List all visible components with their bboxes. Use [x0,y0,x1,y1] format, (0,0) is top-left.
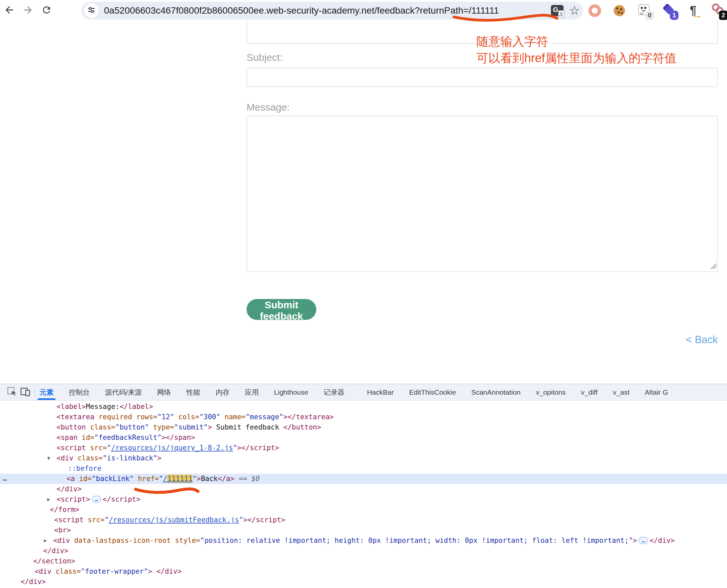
inline-expand-button[interactable]: … [92,496,101,503]
code-token-link: / [163,475,167,483]
devtools-tab-性能[interactable]: 性能 [186,384,200,400]
code-line[interactable]: <script src="/resources/js/submitFeedbac… [0,515,727,525]
code-token-val: "footer-wrapper" [81,567,148,575]
translate-button[interactable]: G 文 [548,2,566,19]
code-token-attr: required [95,413,132,421]
devtools-tab-元素[interactable]: 元素 [40,384,54,400]
code-token-tag: </div> [157,567,182,575]
code-token-val: "message" [246,413,284,421]
purple-stack-extension-icon[interactable]: 1 [662,4,675,17]
code-token-val: "is-linkback" [103,454,157,462]
code-token-link: /resources/js/submitFeedback.js [109,516,239,524]
code-line[interactable]: </div> [0,546,727,556]
devtools-tab-v_opitons[interactable]: v_opitons [536,384,566,400]
devtools-tab-记录器[interactable]: 记录器 [324,384,345,400]
code-token-tag: > [197,475,201,483]
site-settings-button[interactable] [84,3,99,18]
tune-sliders-icon [86,5,96,16]
code-line[interactable]: <script src="/resources/js/jquery_1-8-2.… [0,443,727,453]
annotation-line-1: 随意输入字符 [476,33,677,50]
pink-circles-extension-icon[interactable]: 2 [711,4,724,17]
back-arrow-icon [4,4,15,17]
more-actions-dots[interactable]: … [3,474,7,483]
code-token-tag: </label> [120,403,153,411]
devtools-tabs: 元素控制台源代码/来源网络性能内存应用Lighthouse记录器HackBarE… [40,384,668,400]
code-line[interactable]: <div class="footer-wrapper"> </div> [0,566,727,577]
code-line[interactable]: <textarea required rows="12" cols="300" … [0,412,727,422]
reload-button[interactable] [37,1,56,20]
code-line[interactable]: </div> [0,484,727,494]
inspect-element-button[interactable] [5,386,19,399]
code-line[interactable]: ::before [0,463,727,474]
code-token-val: "backLink" [92,475,133,483]
code-line[interactable]: <button class="button" type="submit"> Su… [0,422,727,433]
code-line[interactable]: </section> [0,556,727,566]
devtools-tab-网络[interactable]: 网络 [157,384,171,400]
submit-feedback-button[interactable]: Submit feedback [247,299,316,320]
panda-extension-icon[interactable]: 0 [637,4,650,17]
code-token-tag: <div [53,537,70,545]
code-token-tag: </div> [649,537,675,545]
code-token-tag: ></span> [162,434,195,441]
code-line[interactable]: ▶<div data-lastpass-icon-root style="pos… [0,536,727,546]
expander-closed-icon[interactable]: ▶ [47,494,50,505]
code-line[interactable]: ▼<div class="is-linkback"> [0,453,727,463]
devtools-panel: 元素控制台源代码/来源网络性能内存应用Lighthouse记录器HackBarE… [0,384,727,588]
expander-closed-icon[interactable]: ▶ [44,536,47,546]
devtools-tab-EditThisCookie[interactable]: EditThisCookie [409,384,456,400]
code-line[interactable]: <span id="feedbackResult"></span> [0,433,727,443]
orange-ring-extension-icon[interactable] [588,4,601,17]
forward-button[interactable] [19,1,37,20]
url-text[interactable]: 0a52006603c467f0800f2b86006500ee.web-sec… [104,5,548,16]
code-token-mark: 111111 [167,475,192,483]
pilcrow-extension-icon[interactable]: ¶ → [686,4,700,17]
devtools-tab-内存[interactable]: 内存 [216,384,230,400]
code-token-attr: rows= [132,413,158,421]
devtools-tab-Lighthouse[interactable]: Lighthouse [274,384,308,400]
bookmark-button[interactable]: ☆ [566,2,583,19]
star-outline-icon: ☆ [569,5,580,17]
code-line[interactable]: ▶<script>…</script> [0,494,727,505]
code-line[interactable]: </form> [0,505,727,515]
devtools-tab-应用[interactable]: 应用 [245,384,259,400]
code-token-attr: cols= [174,413,199,421]
devtools-tab-v_diff[interactable]: v_diff [581,384,598,400]
devtools-tab-v_ast[interactable]: v_ast [613,384,629,400]
code-line[interactable]: <label>Message:</label> [0,402,727,412]
code-token-val: " [159,475,163,483]
code-token-attr: class= [86,423,116,431]
code-token-tag: </div> [57,485,82,493]
code-token-tag: </div> [21,578,46,586]
message-label: Message: [247,102,290,113]
device-toolbar-button[interactable] [19,386,32,399]
devtools-tab-ScanAnnotation[interactable]: ScanAnnotation [471,384,520,400]
devtools-tab-Altair G[interactable]: Altair G [645,384,668,400]
code-token-tag: </div> [43,547,68,555]
textarea-resize-handle[interactable] [710,262,717,271]
code-token-val: "feedbackResult" [95,434,162,441]
devtools-tab-控制台[interactable]: 控制台 [69,384,90,400]
code-token-tag: <div [57,454,74,462]
code-line-selected[interactable]: …<a id="backLink" href="/111111">Back</a… [0,474,727,484]
extensions-row: 0 1 ¶ → [588,0,724,21]
code-token-val: "300" [199,413,220,421]
extension-badge: 1 [670,10,679,20]
devtools-tab-HackBar[interactable]: HackBar [367,384,394,400]
annotation-line-2: 可以看到href属性里面为输入的字符值 [476,50,677,66]
url-bar[interactable]: 0a52006603c467f0800f2b86006500ee.web-sec… [81,2,583,20]
code-token-tag: <label> [57,403,86,411]
message-textarea[interactable] [247,115,718,272]
orange-arrow-icon: → [692,10,702,20]
expander-open-icon[interactable]: ▼ [47,453,50,463]
subject-input[interactable] [247,68,718,87]
devtools-tab-源代码/来源[interactable]: 源代码/来源 [105,384,142,400]
code-line[interactable]: <br> [0,525,727,536]
inline-expand-button[interactable]: … [639,537,648,544]
back-link[interactable]: < Back [686,334,718,346]
cookie-extension-icon[interactable] [613,4,626,17]
google-translate-icon: G 文 [551,5,563,16]
back-button[interactable] [0,1,19,20]
code-token-attr: name= [220,413,246,421]
code-line[interactable]: </div> [0,577,727,587]
code-token-txt: Submit feedback [212,423,284,431]
